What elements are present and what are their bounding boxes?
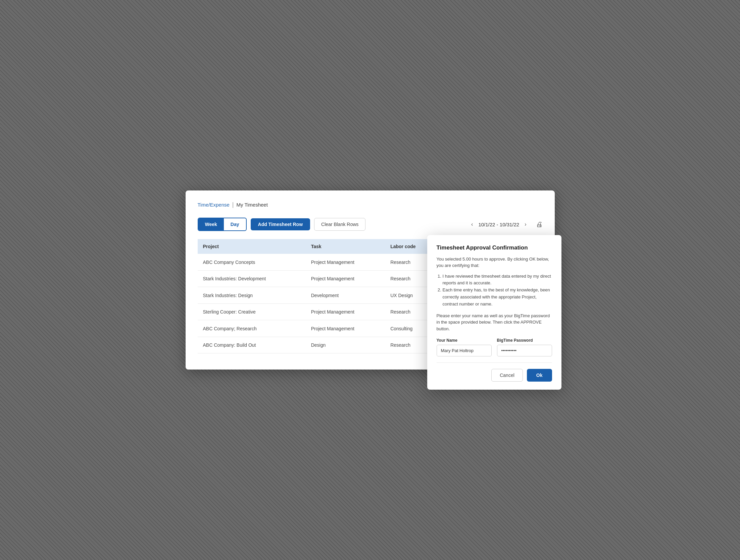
bigtime-password-field: BigTime Password (497, 338, 552, 356)
date-range: 10/1/22 - 10/31/22 (478, 222, 519, 227)
bigtime-password-label: BigTime Password (497, 338, 552, 343)
clear-blank-rows-button[interactable]: Clear Blank Rows (314, 218, 365, 231)
task-cell: Design (306, 337, 385, 353)
col-task: Task (306, 239, 385, 254)
your-name-field: Your Name (437, 338, 492, 356)
task-cell: Development (306, 287, 385, 304)
your-name-input[interactable] (437, 345, 492, 356)
cancel-button[interactable]: Cancel (491, 369, 523, 382)
modal-list-item: Each time entry has, to the best of my k… (443, 287, 552, 307)
add-row-button[interactable]: Add Timesheet Row (251, 218, 310, 230)
task-cell: Project Management (306, 304, 385, 320)
date-navigation: ‹ 10/1/22 - 10/31/22 › 🖨 (469, 220, 542, 229)
bigtime-password-input[interactable] (497, 345, 552, 356)
modal-actions: Cancel Ok (437, 369, 552, 382)
print-button[interactable]: 🖨 (536, 221, 543, 228)
modal-list: I have reviewed the timesheet data enter… (437, 273, 552, 308)
modal-fields: Your Name BigTime Password (437, 338, 552, 356)
week-day-toggle: Week Day (198, 218, 247, 231)
modal-divider (437, 362, 552, 363)
project-cell: ABC Company; Research (198, 320, 306, 337)
modal-list-item: I have reviewed the timesheet data enter… (443, 273, 552, 287)
your-name-label: Your Name (437, 338, 492, 343)
breadcrumb-separator: | (232, 201, 234, 208)
project-cell: Stark Industries: Design (198, 287, 306, 304)
next-date-button[interactable]: › (523, 220, 528, 229)
week-button[interactable]: Week (198, 218, 224, 230)
ok-button[interactable]: Ok (527, 369, 552, 382)
task-cell: Project Management (306, 320, 385, 337)
task-cell: Project Management (306, 254, 385, 271)
approval-modal: Timesheet Approval Confirmation You sele… (427, 235, 561, 390)
toolbar: Week Day Add Timesheet Row Clear Blank R… (198, 218, 543, 231)
project-cell: ABC Company Concepts (198, 254, 306, 271)
project-cell: ABC Company: Build Out (198, 337, 306, 353)
breadcrumb-link[interactable]: Time/Expense (198, 202, 230, 208)
project-cell: Sterling Cooper: Creative (198, 304, 306, 320)
project-cell: Stark Industries: Development (198, 271, 306, 287)
col-project: Project (198, 239, 306, 254)
task-cell: Project Management (306, 271, 385, 287)
breadcrumb-current: My Timesheet (237, 202, 268, 208)
modal-title: Timesheet Approval Confirmation (437, 244, 552, 251)
modal-instruction: Please enter your name as well as your B… (437, 313, 552, 332)
day-button[interactable]: Day (224, 218, 246, 230)
prev-date-button[interactable]: ‹ (469, 220, 475, 229)
modal-body-text: You selected 5.00 hours to approve. By c… (437, 256, 552, 269)
breadcrumb: Time/Expense | My Timesheet (198, 201, 543, 208)
